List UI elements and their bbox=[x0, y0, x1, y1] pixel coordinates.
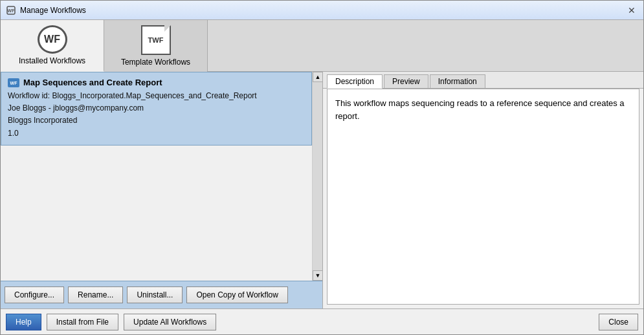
workflow-id-line: Workflow id: Bloggs_Incorporated.Map_Seq… bbox=[8, 90, 305, 102]
tab-information[interactable]: Information bbox=[430, 74, 485, 88]
installed-workflows-icon: WF bbox=[38, 25, 67, 54]
window-icon: WF bbox=[6, 5, 16, 16]
workflow-company: Bloggs Incorporated bbox=[8, 114, 305, 127]
scrollbar-up-button[interactable]: ▲ bbox=[313, 72, 322, 82]
help-button[interactable]: Help bbox=[6, 314, 41, 330]
workflow-title-text: Map Sequences and Create Report bbox=[23, 78, 162, 87]
workflow-id-label: Workflow id: bbox=[8, 91, 50, 100]
title-bar: WF Manage Workflows ✕ bbox=[1, 1, 643, 20]
manage-workflows-window: WF Manage Workflows ✕ WF Installed Workf… bbox=[0, 0, 644, 335]
template-workflows-label: Template Workflows bbox=[121, 58, 190, 67]
window-title: Manage Workflows bbox=[20, 6, 625, 15]
workflow-item-icon: WF bbox=[8, 78, 19, 87]
tabs-bar: WF Installed Workflows TWF Template Work… bbox=[1, 20, 643, 72]
tab-installed-workflows[interactable]: WF Installed Workflows bbox=[1, 20, 104, 72]
tab-template-workflows[interactable]: TWF Template Workflows bbox=[104, 20, 208, 72]
tab-description[interactable]: Description bbox=[327, 74, 383, 89]
workflow-user: Joe Bloggs - jbloggs@mycompany.com bbox=[8, 102, 305, 114]
main-content: WF Map Sequences and Create Report Workf… bbox=[1, 72, 643, 308]
workflow-item[interactable]: WF Map Sequences and Create Report Workf… bbox=[1, 72, 312, 146]
close-button[interactable]: Close bbox=[599, 314, 638, 330]
tab-preview[interactable]: Preview bbox=[384, 74, 428, 88]
window-close-button[interactable]: ✕ bbox=[625, 4, 638, 17]
install-from-file-button[interactable]: Install from File bbox=[47, 314, 118, 330]
description-text: This workflow maps sequencing reads to a… bbox=[335, 98, 625, 121]
svg-text:WF: WF bbox=[8, 8, 16, 13]
configure-button[interactable]: Configure... bbox=[5, 286, 64, 303]
workflow-version: 1.0 bbox=[8, 127, 305, 140]
description-content: This workflow maps sequencing reads to a… bbox=[327, 89, 639, 305]
workflow-item-detail: Workflow id: Bloggs_Incorporated.Map_Seq… bbox=[8, 90, 305, 140]
uninstall-button[interactable]: Uninstall... bbox=[127, 286, 183, 303]
workflow-id-value: Bloggs_Incorporated.Map_Sequences_and_Cr… bbox=[52, 91, 256, 100]
right-panel: Description Preview Information This wor… bbox=[323, 72, 643, 308]
scrollbar-track[interactable] bbox=[313, 82, 322, 270]
workflow-item-title: WF Map Sequences and Create Report bbox=[8, 78, 305, 87]
workflow-buttons: Configure... Rename... Uninstall... Open… bbox=[1, 281, 322, 308]
bottom-bar: Help Install from File Update All Workfl… bbox=[1, 308, 643, 334]
rename-button[interactable]: Rename... bbox=[68, 286, 123, 303]
left-panel-scrollbar[interactable]: ▲ ▼ bbox=[312, 72, 322, 281]
left-panel: WF Map Sequences and Create Report Workf… bbox=[1, 72, 323, 308]
scrollbar-down-button[interactable]: ▼ bbox=[313, 270, 322, 281]
installed-workflows-label: Installed Workflows bbox=[19, 56, 85, 65]
right-tab-bar: Description Preview Information bbox=[323, 72, 643, 89]
template-workflows-icon: TWF bbox=[141, 25, 171, 55]
update-all-workflows-button[interactable]: Update All Workflows bbox=[124, 314, 216, 330]
workflow-list-area: WF Map Sequences and Create Report Workf… bbox=[1, 72, 322, 281]
open-copy-button[interactable]: Open Copy of Workflow bbox=[186, 286, 288, 303]
svg-text:WF: WF bbox=[10, 81, 18, 85]
